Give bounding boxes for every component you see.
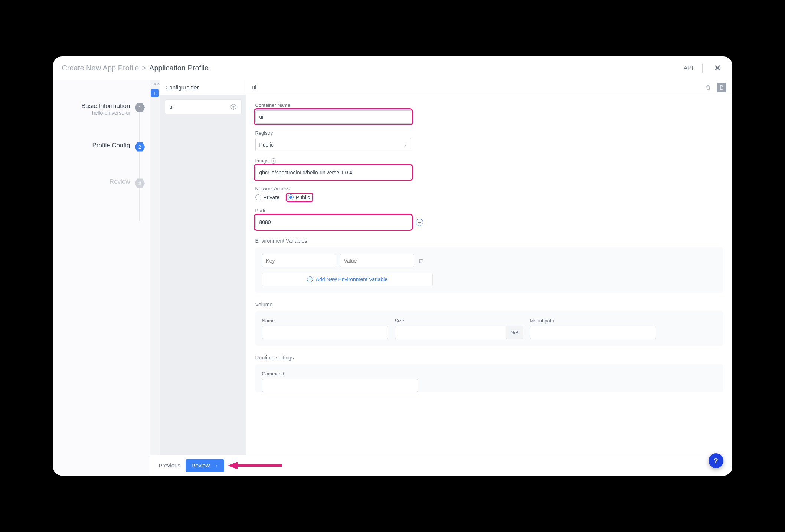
- form-header-actions: [703, 83, 726, 92]
- step-basic-information[interactable]: Basic Information hello-universe-ui 1: [53, 102, 150, 116]
- radio-public-label: Public: [296, 194, 310, 200]
- actions-column: ACTIONS +: [150, 80, 160, 455]
- arrow-right-icon: →: [213, 462, 218, 469]
- plus-circle-icon: +: [307, 276, 313, 282]
- body: Basic Information hello-universe-ui 1 Pr…: [53, 80, 732, 476]
- field-volume-size: Size GiB: [395, 318, 523, 339]
- add-env-button[interactable]: + Add New Environment Variable: [262, 273, 433, 286]
- step-review[interactable]: Review 3: [53, 178, 150, 188]
- volume-size-unit: GiB: [506, 326, 523, 339]
- review-button-label: Review: [192, 462, 210, 469]
- step-number-icon: 3: [135, 178, 145, 188]
- input-env-value[interactable]: [340, 254, 414, 267]
- breadcrumb-parent[interactable]: Create New App Profile: [62, 64, 139, 72]
- tiers-column: Configure tier ui: [160, 80, 246, 455]
- app-window: Create New App Profile > Application Pro…: [53, 56, 732, 476]
- tier-name: ui: [170, 104, 174, 110]
- input-port[interactable]: [255, 216, 411, 229]
- env-row: [262, 254, 717, 267]
- section-volume: Volume Name Size Gi: [255, 302, 723, 346]
- step-subtitle: hello-universe-ui: [81, 110, 130, 116]
- divider: [702, 64, 703, 73]
- step-title: Basic Information: [81, 102, 130, 110]
- label-volume: Volume: [255, 302, 723, 308]
- input-env-key[interactable]: [262, 254, 336, 267]
- field-container-name: Container Name: [255, 102, 723, 124]
- label-image-text: Image: [255, 158, 269, 164]
- stepper: Basic Information hello-universe-ui 1 Pr…: [53, 80, 150, 476]
- content-row: ACTIONS + Configure tier ui: [150, 80, 732, 455]
- label-ports: Ports: [255, 208, 723, 213]
- plus-icon: +: [153, 90, 156, 96]
- input-container-name[interactable]: [255, 110, 411, 124]
- footer: Previous Review → ?: [150, 455, 732, 476]
- label-command: Command: [262, 371, 717, 377]
- radio-icon: [255, 194, 261, 200]
- chevron-down-icon: ⌄: [403, 142, 407, 147]
- field-volume-name: Name: [262, 318, 388, 339]
- radio-public[interactable]: Public: [288, 194, 310, 200]
- step-number-icon: 1: [135, 102, 145, 113]
- container-icon: [230, 104, 237, 110]
- input-image[interactable]: [255, 166, 411, 179]
- titlebar: Create New App Profile > Application Pro…: [53, 56, 732, 80]
- label-registry: Registry: [255, 130, 723, 136]
- radio-private[interactable]: Private: [255, 194, 280, 200]
- previous-button[interactable]: Previous: [159, 462, 180, 469]
- add-env-label: Add New Environment Variable: [316, 276, 388, 282]
- step-profile-config[interactable]: Profile Config 2: [53, 142, 150, 152]
- input-volume-name[interactable]: [262, 326, 388, 339]
- info-icon[interactable]: i: [271, 158, 276, 164]
- edit-yaml-button[interactable]: [717, 83, 726, 92]
- radio-icon: [288, 194, 294, 200]
- step-number-icon: 2: [135, 142, 145, 152]
- step-track: [139, 110, 140, 221]
- review-button[interactable]: Review →: [186, 459, 224, 472]
- tiers-heading: Configure tier: [160, 80, 246, 95]
- close-button[interactable]: ✕: [712, 62, 723, 74]
- volume-panel: Name Size GiB: [255, 311, 723, 346]
- form-header-title: ui: [252, 85, 256, 91]
- breadcrumb-current: Application Profile: [149, 64, 209, 72]
- section-runtime: Runtime settings Command: [255, 355, 723, 392]
- select-registry[interactable]: Public ⌄: [255, 138, 411, 151]
- annotation-arrow: [228, 462, 238, 469]
- form-body: Container Name Registry Public ⌄: [246, 95, 732, 407]
- help-icon: ?: [713, 457, 718, 465]
- input-command[interactable]: [262, 379, 418, 392]
- help-button[interactable]: ?: [709, 453, 723, 468]
- trash-icon: [418, 258, 424, 264]
- document-icon: [719, 85, 724, 90]
- label-env-vars: Environment Variables: [255, 238, 723, 244]
- titlebar-right: API ✕: [684, 62, 723, 74]
- label-volume-name: Name: [262, 318, 388, 324]
- highlight-public: Public: [287, 194, 312, 201]
- field-network-access: Network Access Private Public: [255, 186, 723, 201]
- add-tier-button[interactable]: +: [151, 89, 159, 97]
- label-volume-size: Size: [395, 318, 523, 324]
- delete-tier-button[interactable]: [703, 83, 713, 92]
- main: ACTIONS + Configure tier ui: [150, 80, 732, 476]
- field-image: Image i: [255, 158, 723, 179]
- input-volume-size[interactable]: [395, 326, 506, 339]
- select-registry-value: Public: [259, 142, 274, 148]
- breadcrumb: Create New App Profile > Application Pro…: [62, 64, 209, 72]
- api-link[interactable]: API: [684, 65, 693, 72]
- section-environment-variables: Environment Variables: [255, 238, 723, 293]
- label-volume-mount: Mount path: [530, 318, 656, 324]
- form-header: ui: [246, 80, 732, 95]
- close-icon: ✕: [714, 63, 721, 73]
- tier-card-ui[interactable]: ui: [165, 99, 242, 114]
- plus-icon: +: [418, 219, 421, 225]
- label-network-access: Network Access: [255, 186, 723, 191]
- field-registry: Registry Public ⌄: [255, 130, 723, 151]
- env-panel: + Add New Environment Variable: [255, 247, 723, 293]
- label-image: Image i: [255, 158, 723, 164]
- add-port-button[interactable]: +: [416, 219, 423, 226]
- radio-group-network-access: Private Public: [255, 194, 723, 201]
- delete-env-button[interactable]: [418, 258, 424, 264]
- field-volume-mount: Mount path: [530, 318, 656, 339]
- input-volume-mount[interactable]: [530, 326, 656, 339]
- trash-icon: [705, 85, 711, 91]
- step-title: Review: [109, 178, 130, 185]
